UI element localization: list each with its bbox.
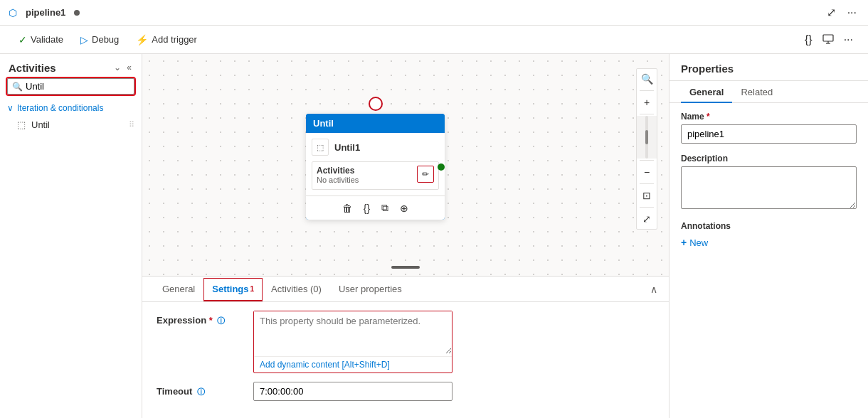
until-copy-button[interactable]: ⧉ (380, 200, 390, 215)
tab-activities[interactable]: Activities (0) (263, 278, 330, 301)
annotations-label: Annotations (681, 221, 857, 231)
drag-handle-icon: ⠿ (129, 120, 134, 129)
until-item-icon: ⬚ (17, 119, 26, 130)
bottom-panel-collapse-button[interactable]: ∧ (650, 284, 657, 295)
trigger-icon: ⚡ (136, 34, 148, 45)
description-field-label: Description (681, 154, 857, 164)
expression-required-indicator: * (209, 315, 213, 326)
search-input[interactable] (26, 81, 129, 92)
canvas-fit-button[interactable]: ⊡ (637, 186, 657, 205)
until-instance-name: Until1 (334, 142, 360, 153)
sidebar-icons: ⌄ « (112, 61, 133, 74)
until-top-connector (369, 97, 383, 111)
properties-content: Name * Description Annotations + New (669, 103, 868, 418)
name-field: Name * (681, 112, 857, 144)
category-chevron-icon: ∨ (7, 103, 14, 113)
bottom-tab-bar: General Settings1 Activities (0) User pr… (142, 277, 669, 302)
search-icon: 🔍 (12, 82, 23, 92)
until-card-header: Until (306, 114, 445, 133)
description-field: Description (681, 154, 857, 211)
pipeline-name: pipeline1 (26, 7, 65, 18)
main-layout: Activities ⌄ « 🔍 ∨ Iteration & condition… (0, 54, 868, 418)
unsaved-indicator (74, 10, 80, 16)
code-view-button[interactable]: {} (801, 30, 816, 50)
activities-sidebar: Activities ⌄ « 🔍 ∨ Iteration & condition… (0, 54, 142, 418)
toolbar: ✓ Validate ▷ Debug ⚡ Add trigger {} ··· (0, 26, 868, 54)
monitor-button[interactable] (819, 29, 837, 50)
prop-tab-related[interactable]: Related (732, 81, 781, 103)
sidebar-header: Activities ⌄ « (0, 54, 142, 78)
plus-icon: + (681, 237, 687, 248)
until-delete-button[interactable]: 🗑 (341, 201, 354, 215)
timeout-info-icon[interactable]: ⓘ (197, 387, 205, 396)
canvas-controls: 🔍 + − ⊡ ⤢ (636, 68, 657, 230)
expression-label: Expression * ⓘ (157, 311, 242, 326)
pipeline-canvas[interactable]: Until ⬚ Until1 Activities No activities (142, 54, 669, 276)
until-code-button[interactable]: {} (362, 201, 371, 215)
description-textarea[interactable] (681, 166, 857, 209)
until-copy-icon: ⬚ (312, 139, 329, 156)
add-annotation-button[interactable]: + New (681, 235, 708, 250)
until-card-body: ⬚ Until1 Activities No activities ✏ (306, 133, 445, 195)
expression-box: Add dynamic content [Alt+Shift+D] (253, 311, 452, 373)
tab-user-properties[interactable]: User properties (330, 278, 411, 301)
expression-info-icon[interactable]: ⓘ (217, 316, 225, 325)
expression-dynamic-content-link[interactable]: Add dynamic content [Alt+Shift+D] (254, 356, 452, 373)
validate-icon: ✓ (18, 34, 27, 45)
search-box[interactable]: 🔍 (7, 78, 134, 95)
until-activities-text: Activities No activities (317, 166, 359, 184)
timeout-field-row: Timeout ⓘ (157, 382, 655, 401)
prop-tab-general[interactable]: General (681, 81, 732, 103)
svg-rect-0 (823, 35, 833, 41)
canvas-zoom-in-button[interactable]: + (637, 92, 657, 112)
expression-field-row: Expression * ⓘ Add dynamic content [Alt+… (157, 311, 655, 373)
properties-title: Properties (669, 54, 868, 81)
properties-panel: Properties General Related Name * Descri… (669, 54, 868, 418)
debug-icon: ▷ (80, 34, 88, 45)
add-trigger-button[interactable]: ⚡ Add trigger (129, 31, 204, 49)
name-input[interactable] (681, 124, 857, 144)
sidebar-collapse-button[interactable]: « (125, 61, 133, 74)
more-options-button[interactable]: ··· (845, 4, 859, 22)
debug-button[interactable]: ▷ Debug (73, 31, 126, 49)
tab-general[interactable]: General (154, 278, 203, 301)
until-card-footer: 🗑 {} ⧉ ⊕ (306, 195, 445, 220)
sidebar-fold-button[interactable]: ⌄ (112, 61, 122, 74)
tab-settings[interactable]: Settings1 (203, 278, 263, 301)
name-required-indicator: * (706, 112, 710, 122)
sidebar-category-iteration[interactable]: ∨ Iteration & conditionals (0, 100, 142, 116)
expression-textarea[interactable] (254, 311, 452, 354)
annotations-field: Annotations + New (681, 221, 857, 250)
pipeline-icon: ⬡ (9, 7, 17, 18)
until-success-connector (438, 164, 445, 171)
timeout-label: Timeout ⓘ (157, 382, 242, 397)
canvas-zoom-out-button[interactable]: − (637, 162, 657, 182)
until-activities-container: Activities No activities ✏ (312, 161, 439, 190)
until-activity-block[interactable]: Until ⬚ Until1 Activities No activities (306, 97, 445, 220)
timeout-input[interactable] (253, 382, 452, 401)
properties-tab-bar: General Related (669, 81, 868, 103)
until-name-row: ⬚ Until1 (312, 139, 439, 156)
name-field-label: Name * (681, 112, 857, 122)
until-edit-button[interactable]: ✏ (417, 166, 434, 183)
validate-button[interactable]: ✓ Validate (11, 31, 70, 49)
canvas-search-button[interactable]: 🔍 (637, 69, 657, 89)
sidebar-title: Activities (9, 62, 56, 74)
top-bar: ⬡ pipeline1 ⤢ ··· (0, 0, 868, 26)
canvas-expand-button[interactable]: ⤢ (637, 209, 657, 229)
sidebar-item-until[interactable]: ⬚ Until ⠿ (0, 116, 142, 134)
bottom-panel: General Settings1 Activities (0) User pr… (142, 276, 669, 418)
bottom-panel-content: Expression * ⓘ Add dynamic content [Alt+… (142, 302, 669, 418)
toolbar-more-button[interactable]: ··· (840, 30, 857, 50)
expand-button[interactable]: ⤢ (824, 3, 839, 22)
until-card[interactable]: Until ⬚ Until1 Activities No activities (306, 114, 445, 220)
until-connect-button[interactable]: ⊕ (398, 201, 410, 215)
canvas-scroll-indicator (391, 266, 420, 269)
